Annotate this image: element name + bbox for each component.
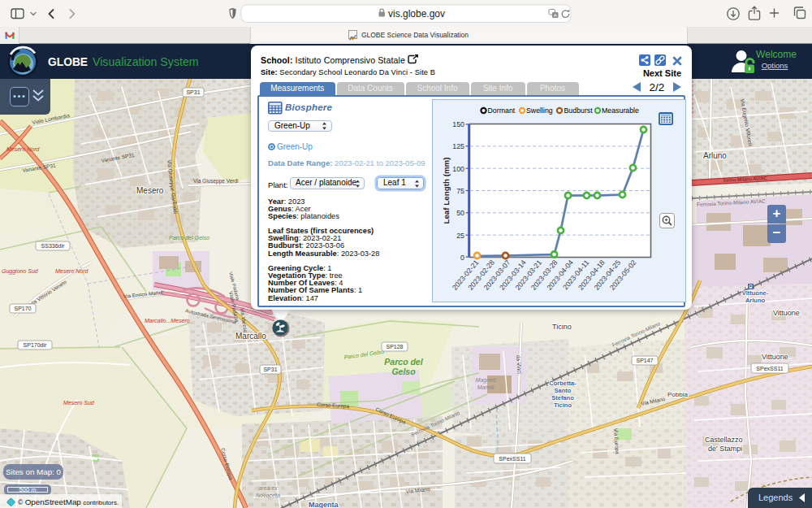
svg-text:Leaf Length (mm): Leaf Length (mm) xyxy=(442,157,451,224)
svg-text:Budburst: Budburst xyxy=(564,106,593,115)
svg-text:Vittuone: Vittuone xyxy=(773,309,800,317)
svg-text:75: 75 xyxy=(456,187,464,195)
svg-text:Novaceta: Novaceta xyxy=(256,493,280,498)
svg-text:Swelling: Swelling xyxy=(526,106,553,115)
svg-text:Guggiono Sud: Guggiono Sud xyxy=(2,268,39,275)
svg-text:Ticino: Ticino xyxy=(554,402,572,409)
svg-text:vis.globe.gov: vis.globe.gov xyxy=(388,8,445,20)
svg-text:Welcome: Welcome xyxy=(756,49,797,60)
svg-text:Vittuone: Vittuone xyxy=(762,353,788,361)
svg-text:Options: Options xyxy=(762,61,788,70)
svg-text:area ex: area ex xyxy=(258,485,278,491)
svg-text:125: 125 xyxy=(452,142,464,150)
svg-text:Magenta: Magenta xyxy=(309,501,339,508)
svg-text:Arluno: Arluno xyxy=(703,151,727,160)
svg-text:50: 50 xyxy=(456,209,464,217)
svg-text:Marelli: Marelli xyxy=(477,384,495,390)
svg-text:SP31: SP31 xyxy=(186,89,200,95)
svg-text:SP31: SP31 xyxy=(263,367,277,372)
svg-text:SPexSS11: SPexSS11 xyxy=(499,456,525,462)
svg-text:2/2: 2/2 xyxy=(650,81,665,93)
svg-text:Visualization System: Visualization System xyxy=(93,55,199,68)
svg-text:Mesero Sud: Mesero Sud xyxy=(63,400,95,406)
svg-text:0: 0 xyxy=(460,254,464,262)
svg-text:Arluno: Arluno xyxy=(745,297,766,304)
svg-text:SPexSS11: SPexSS11 xyxy=(756,366,783,371)
svg-text:Stefano: Stefano xyxy=(551,394,574,402)
svg-text:Via Giuseppe Verdi: Via Giuseppe Verdi xyxy=(193,178,239,185)
svg-text:Magneti: Magneti xyxy=(476,377,496,384)
svg-text:Mesero Nord: Mesero Nord xyxy=(55,268,89,274)
svg-text:Dormant: Dormant xyxy=(487,106,515,115)
svg-text:Ticino: Ticino xyxy=(552,323,572,331)
svg-text:Measurable: Measurable xyxy=(602,106,639,115)
svg-text:SP128: SP128 xyxy=(386,344,403,350)
svg-text:Parco del Gelso: Parco del Gelso xyxy=(169,235,209,241)
svg-text:SP170dir: SP170dir xyxy=(24,342,47,348)
svg-text:de' Stampi: de' Stampi xyxy=(708,445,742,453)
svg-text:100: 100 xyxy=(452,164,464,172)
svg-text:Mesero Nord: Mesero Nord xyxy=(6,146,41,152)
svg-text:25: 25 xyxy=(456,231,464,239)
svg-text:GLOBE: GLOBE xyxy=(48,56,88,68)
svg-text:Marcallo...Mesero: Marcallo...Mesero xyxy=(145,318,190,323)
svg-text:Mesero: Mesero xyxy=(136,186,164,195)
svg-text:Gelso: Gelso xyxy=(391,367,416,376)
svg-text:Santo: Santo xyxy=(555,387,572,394)
svg-text:150: 150 xyxy=(452,120,464,128)
svg-text:Pobbia: Pobbia xyxy=(667,391,688,398)
svg-text:SP147: SP147 xyxy=(636,358,653,363)
svg-text:SP170: SP170 xyxy=(14,306,31,311)
svg-text:Parco del: Parco del xyxy=(384,357,423,367)
svg-text:SS336dir: SS336dir xyxy=(41,243,65,249)
svg-text:Corbetta-: Corbetta- xyxy=(549,380,577,387)
svg-text:Vittuone-: Vittuone- xyxy=(742,289,769,297)
svg-text:Castellazzo: Castellazzo xyxy=(705,436,743,444)
